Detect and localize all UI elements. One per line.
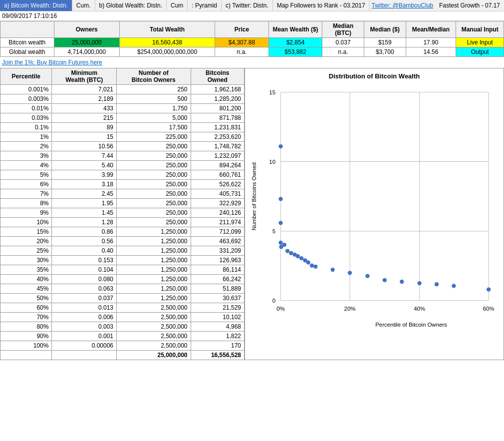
cell-7-3: 1,232,097 xyxy=(191,151,244,161)
tab-cum2[interactable]: Cum xyxy=(167,0,188,11)
global-median-btc: n.a. xyxy=(322,47,364,57)
total-min-wealth xyxy=(52,351,117,360)
cell-25-2: 2,500,000 xyxy=(117,322,191,332)
cell-12-1: 1.95 xyxy=(52,199,117,208)
cell-1-2: 500 xyxy=(117,94,191,104)
data-point-15 xyxy=(313,265,317,269)
cell-11-2: 250,000 xyxy=(117,189,191,199)
global-mean-wealth: $53,882 xyxy=(268,47,322,57)
cell-13-3: 240,126 xyxy=(191,208,244,218)
table-row: 100%0.000062,500,000170 xyxy=(0,341,245,351)
col-btc-owned: BitcoinsOwned xyxy=(191,68,244,85)
cell-1-3: 1,285,200 xyxy=(191,94,244,104)
data-section: Percentile MinimumWealth (BTC) Number of… xyxy=(0,68,504,360)
col-header-mean-median: Mean/Median xyxy=(406,21,456,38)
svg-text:20%: 20% xyxy=(344,306,356,312)
cell-0-1: 7,021 xyxy=(52,85,117,94)
col-header-manual-input: Manual Input xyxy=(456,21,504,38)
col-header-owners: Owners xyxy=(54,21,119,38)
cell-23-3: 21,529 xyxy=(191,303,244,313)
bitcoin-owners: 25,000,000 xyxy=(54,38,119,47)
cell-8-2: 250,000 xyxy=(117,161,191,170)
cell-6-2: 250,000 xyxy=(117,142,191,151)
cell-5-0: 1% xyxy=(0,132,52,142)
cell-21-1: 0.063 xyxy=(52,284,117,294)
bitcoin-mean-wealth: $2,854 xyxy=(268,38,322,47)
table-row: 40%0.0801,250,00066,242 xyxy=(0,275,245,284)
cell-9-2: 250,000 xyxy=(117,170,191,180)
table-row: 20%0.561,250,000463,692 xyxy=(0,237,245,246)
cell-2-1: 433 xyxy=(52,104,117,113)
cell-10-2: 250,000 xyxy=(117,180,191,189)
cell-17-0: 25% xyxy=(0,246,52,256)
svg-text:Percentile of Bitcoin Owners: Percentile of Bitcoin Owners xyxy=(375,322,447,328)
tab-bitcoin-dist[interactable]: a) Bitcoin Wealth: Distn. xyxy=(0,0,72,11)
cell-26-1: 0.001 xyxy=(52,332,117,341)
cell-17-1: 0.40 xyxy=(52,246,117,256)
data-table-wrap: Percentile MinimumWealth (BTC) Number of… xyxy=(0,68,245,360)
join-link[interactable]: Join the 1%: Buy Bitcoin Futures here xyxy=(0,57,504,68)
data-point-7 xyxy=(285,249,289,253)
cell-4-1: 89 xyxy=(52,123,117,132)
table-row: 60%0.0132,500,00021,529 xyxy=(0,303,245,313)
table-row: 0.1%8917,5001,231,831 xyxy=(0,123,245,132)
cell-19-3: 86,114 xyxy=(191,265,244,275)
row-label-bitcoin: Bitcoin wealth xyxy=(0,38,54,47)
tab-twitter-dist[interactable]: c) Twitter: Distn. xyxy=(222,0,273,11)
cell-13-0: 9% xyxy=(0,208,52,218)
global-output: Output xyxy=(456,47,504,57)
cell-4-3: 1,231,831 xyxy=(191,123,244,132)
cell-6-3: 1,748,782 xyxy=(191,142,244,151)
data-point-14 xyxy=(310,264,314,268)
top-navigation: a) Bitcoin Wealth: Distn. Cum. b) Global… xyxy=(0,0,504,11)
chart-container: Distribution of Bitcoin Wealth xyxy=(245,68,504,360)
table-row: 0.03%2155,000871,788 xyxy=(0,113,245,123)
cell-15-3: 712,099 xyxy=(191,227,244,237)
svg-text:0: 0 xyxy=(272,298,275,304)
data-point-2 xyxy=(278,197,282,201)
cell-0-3: 1,962,168 xyxy=(191,85,244,94)
cell-10-3: 526,622 xyxy=(191,180,244,189)
cell-25-1: 0.003 xyxy=(52,322,117,332)
cell-26-3: 1,822 xyxy=(191,332,244,341)
cell-22-3: 30,637 xyxy=(191,294,244,303)
data-point-22 xyxy=(435,282,439,286)
data-point-3 xyxy=(278,221,282,225)
cell-9-0: 5% xyxy=(0,170,52,180)
cell-24-2: 2,500,000 xyxy=(117,313,191,322)
tab-global-dist[interactable]: b) Global Wealth: Distn. xyxy=(95,0,167,11)
data-point-4 xyxy=(278,241,282,245)
tab-map-followers[interactable]: Map Followers to Rank - 03.2017 xyxy=(273,0,370,11)
table-row: 0.001%7,0212501,962,168 xyxy=(0,85,245,94)
cell-7-1: 7.44 xyxy=(52,151,117,161)
bitcoin-price: $4,307.88 xyxy=(215,38,269,47)
tab-pyramid[interactable]: : Pyramid xyxy=(188,0,222,11)
cell-19-0: 35% xyxy=(0,265,52,275)
nav-spacer: Twitter: @BambouClub xyxy=(370,2,435,9)
cell-3-2: 5,000 xyxy=(117,113,191,123)
cell-26-0: 90% xyxy=(0,332,52,341)
col-header-median-btc: Median (BTC) xyxy=(322,21,364,38)
cell-9-1: 3.99 xyxy=(52,170,117,180)
cell-6-1: 10.56 xyxy=(52,142,117,151)
data-point-6 xyxy=(282,243,286,247)
global-total-wealth: $254,000,000,000,000 xyxy=(119,47,215,57)
table-row: 10%1.28250,000211,974 xyxy=(0,218,245,227)
cell-15-0: 15% xyxy=(0,227,52,237)
cell-18-0: 30% xyxy=(0,256,52,265)
cell-14-3: 211,974 xyxy=(191,218,244,227)
cell-3-3: 871,788 xyxy=(191,113,244,123)
table-row: 50%0.0371,250,00030,637 xyxy=(0,294,245,303)
data-point-10 xyxy=(296,254,300,258)
data-point-19 xyxy=(383,278,387,282)
cell-16-0: 20% xyxy=(0,237,52,246)
tab-cum1[interactable]: Cum. xyxy=(72,0,95,11)
data-point-17 xyxy=(348,271,352,275)
bitcoin-median-btc: 0.037 xyxy=(322,38,364,47)
data-point-20 xyxy=(400,280,404,284)
table-row: 3%7.44250,0001,232,097 xyxy=(0,151,245,161)
cell-20-2: 1,250,000 xyxy=(117,275,191,284)
twitter-link[interactable]: Twitter: @BambouClub xyxy=(371,2,433,9)
col-header-price: Price xyxy=(215,21,269,38)
data-point-13 xyxy=(306,260,310,264)
